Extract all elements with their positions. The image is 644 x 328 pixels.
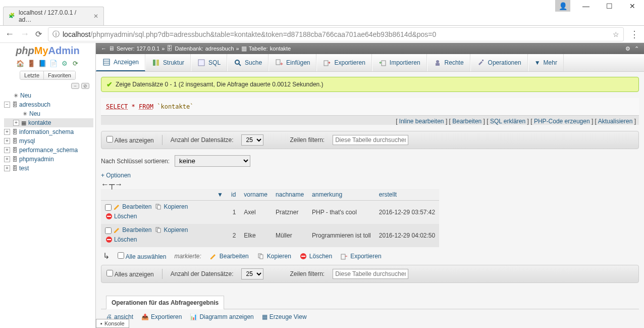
bulk-delete[interactable]: Löschen [299,252,332,260]
sort-key-select[interactable]: keine [175,155,250,167]
options-toggle[interactable]: + Optionen [101,172,639,179]
tree-item-information_schema[interactable]: +🗄information_schema [4,127,93,136]
cell-id[interactable]: 2 [227,224,240,247]
tab-operations[interactable]: Operationen [470,54,528,71]
cell-erstellt[interactable]: 2016-12-29 04:02:50 [375,224,439,247]
browser-tab[interactable]: 🧩 localhost / 127.0.0.1 / ad… ✕ [3,7,104,25]
tab-insert[interactable]: + Einfügen [269,54,316,71]
collapse-all-icon[interactable]: − [71,83,79,89]
export-result-link[interactable]: 📤Exportieren [141,313,182,320]
chart-link[interactable]: 📊Diagramm anzeigen [190,313,253,320]
bookmark-star-icon[interactable]: ☆ [613,30,619,38]
inline-edit-link[interactable]: Inline bearbeiten [399,118,444,125]
breadcrumb-table[interactable]: kontakte [270,45,291,52]
th-nachname[interactable]: nachname [272,189,308,201]
show-all-checkbox[interactable] [106,136,113,143]
tree-item-adressbuch[interactable]: −🗄adressbuch [4,100,93,109]
row-copy[interactable]: Kopieren [154,203,188,211]
reload-nav-icon[interactable]: ⟳ [72,60,80,68]
breadcrumb-server[interactable]: 127.0.0.1 [136,45,159,52]
console-toggle[interactable]: ▪ Konsole [96,319,129,328]
row-edit[interactable]: Bearbeiten [113,203,151,211]
th-vorname[interactable]: vorname [240,189,272,201]
settings-gear-icon[interactable]: ⚙ [61,60,69,68]
row-checkbox[interactable] [105,227,112,234]
cell-vorname[interactable]: Elke [240,224,272,247]
rows-per-page-select[interactable]: 25 [241,134,263,146]
minimize-button[interactable]: — [574,0,598,12]
expander-icon[interactable]: + [4,147,10,153]
expander-icon[interactable]: + [4,165,10,171]
tree-item-test[interactable]: +🗄test [4,164,93,173]
edit-sql-link[interactable]: Bearbeiten [452,118,481,125]
tab-export[interactable]: Exportieren [316,54,371,71]
tab-structure[interactable]: Struktur [145,54,191,71]
filter-rows-input-bottom[interactable] [333,269,408,279]
row-edit[interactable]: Bearbeiten [113,226,151,234]
tab-privileges[interactable]: Rechte [427,54,470,71]
show-all-checkbox-bottom[interactable] [106,270,113,276]
expander-icon[interactable]: + [4,156,10,162]
link-icon[interactable]: ⊘ [81,83,89,89]
refresh-link[interactable]: Aktualisieren [598,118,633,125]
page-settings-icon[interactable]: ⚙ [625,45,630,52]
row-checkbox[interactable] [105,204,112,211]
create-view-link[interactable]: ▦Erzeuge View [262,313,307,320]
cell-anmerkung[interactable]: PHP - that's cool [308,201,375,224]
tree-item-performance_schema[interactable]: +🗄performance_schema [4,146,93,155]
tree-item-mysql[interactable]: +🗄mysql [4,136,93,146]
maximize-button[interactable]: ☐ [598,0,621,12]
bulk-export[interactable]: Exportieren [340,252,381,260]
tree-item-kontakte[interactable]: +▦kontakte [4,118,93,127]
expander-icon[interactable]: + [4,138,10,144]
cell-nachname[interactable]: Pratzner [272,201,308,224]
cell-vorname[interactable]: Axel [240,201,272,224]
nav-toggle-icon[interactable]: ← [101,45,106,52]
breadcrumb-db[interactable]: adressbuch [205,45,234,52]
close-tab-icon[interactable]: ✕ [93,13,98,20]
check-all-label[interactable]: Alle auswählen [118,252,166,260]
close-window-button[interactable]: ✕ [621,0,644,12]
expander-icon[interactable]: − [4,102,10,108]
row-copy[interactable]: Kopieren [154,226,188,234]
filter-rows-input[interactable] [333,135,408,145]
th-anmerkung[interactable]: anmerkung [308,189,375,201]
cell-erstellt[interactable]: 2016-12-29 03:57:42 [375,201,439,224]
cell-id[interactable]: 1 [227,201,240,224]
tab-search[interactable]: Suche [227,54,269,71]
browser-menu-button[interactable]: ⋮ [630,29,639,40]
th-id[interactable]: id [227,189,240,201]
logout-icon[interactable]: 🚪 [27,60,35,68]
rows-per-page-select-bottom[interactable]: 25 [241,268,263,279]
back-button[interactable]: ← [5,29,14,39]
explain-sql-link[interactable]: SQL erklären [490,118,525,125]
bulk-edit[interactable]: Bearbeiten [209,252,249,260]
user-icon[interactable]: 👤 [555,0,570,12]
php-code-link[interactable]: PHP-Code erzeugen [534,118,590,125]
home-icon[interactable]: 🏠 [16,60,24,68]
show-all-checkbox-label[interactable]: Alles anzeigen [106,136,154,144]
cell-nachname[interactable]: Müller [272,224,308,247]
cell-anmerkung[interactable]: Programmieren ist toll [308,224,375,247]
address-bar[interactable]: ⓘ localhost/phpmyadmin/sql.php?db=adress… [48,27,624,41]
tree-item-phpmyadmin[interactable]: +🗄phpmyadmin [4,155,93,164]
collapse-top-icon[interactable]: ⌃ [634,45,639,52]
tree-item-neu[interactable]: ✳Neu [4,91,93,100]
recent-button[interactable]: Letzte [20,71,44,79]
docs-icon[interactable]: 📘 [38,60,46,68]
tab-import[interactable]: Importieren [372,54,427,71]
tab-browse[interactable]: Anzeigen [96,54,145,71]
tab-sql[interactable]: SQL [191,54,227,71]
th-erstellt[interactable]: erstellt [375,189,439,201]
sql-icon[interactable]: 📄 [49,60,58,68]
tree-item-neu[interactable]: ✳Neu [4,109,93,118]
favorites-button[interactable]: Favoriten [44,71,75,79]
expander-icon[interactable]: + [13,120,19,126]
expander-icon[interactable]: + [4,129,10,135]
site-info-icon[interactable]: ⓘ [52,30,60,39]
row-delete[interactable]: Löschen [105,236,137,244]
row-delete[interactable]: Löschen [105,212,137,220]
reload-button[interactable]: ⟳ [35,29,42,39]
bulk-copy[interactable]: Kopieren [257,252,291,260]
check-all-checkbox[interactable] [118,252,124,259]
